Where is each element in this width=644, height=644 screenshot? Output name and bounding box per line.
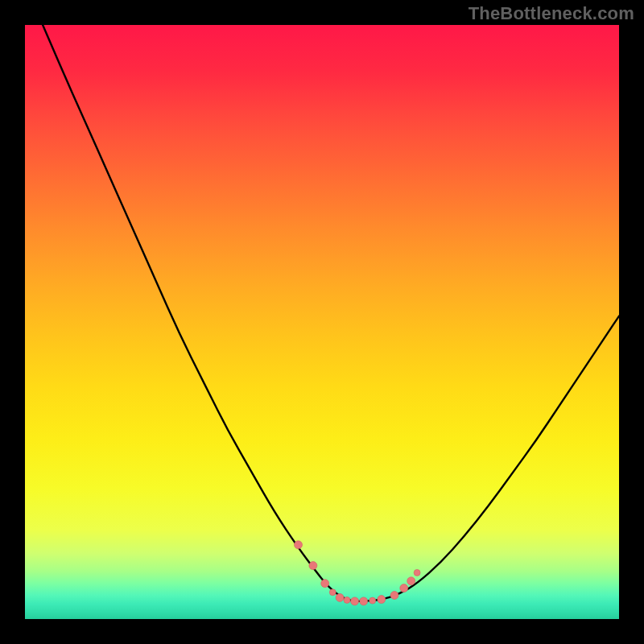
- marker-dot: [400, 584, 408, 592]
- marker-dot: [351, 597, 359, 605]
- marker-dot: [414, 569, 420, 576]
- watermark-text: TheBottleneck.com: [469, 3, 634, 24]
- chart-frame: TheBottleneck.com: [0, 0, 644, 644]
- marker-dot: [295, 541, 303, 549]
- marker-dot: [407, 577, 415, 585]
- marker-dot: [329, 589, 336, 596]
- marker-dot: [390, 592, 398, 600]
- marker-dot: [309, 562, 317, 570]
- curve-layer: [25, 25, 619, 619]
- marker-dot: [369, 597, 376, 604]
- marker-dot: [360, 597, 368, 605]
- plot-area: [25, 25, 619, 619]
- marker-dot: [344, 597, 350, 603]
- bottleneck-curve: [43, 25, 619, 601]
- marker-group: [295, 541, 421, 605]
- marker-dot: [321, 580, 329, 588]
- marker-dot: [336, 593, 344, 601]
- marker-dot: [378, 596, 386, 604]
